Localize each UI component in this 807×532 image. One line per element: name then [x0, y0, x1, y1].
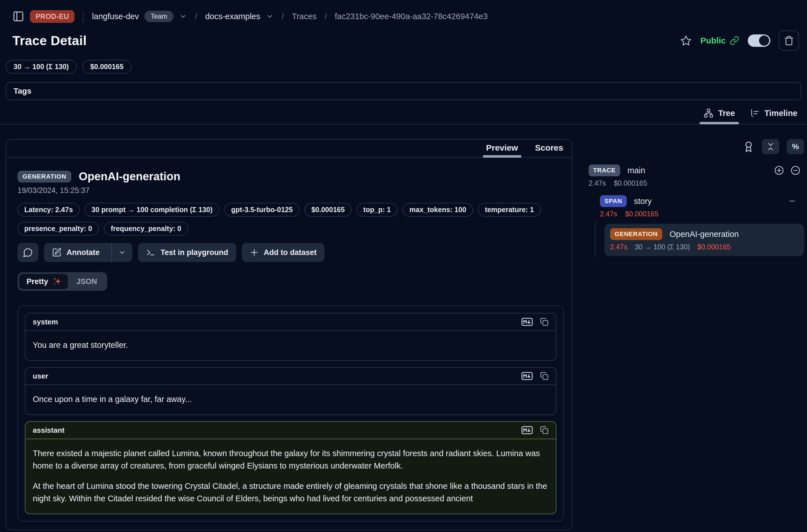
breadcrumb: PROD-EU langfuse-dev Team / docs-example…	[13, 8, 798, 25]
sidebar-toggle-icon[interactable]	[13, 11, 24, 22]
add-to-dataset-label: Add to dataset	[264, 248, 317, 257]
sparkles-icon	[52, 277, 62, 286]
test-in-playground-button[interactable]: Test in playground	[138, 243, 236, 262]
observation-panel: Preview Scores GENERATION OpenAI-generat…	[6, 139, 572, 530]
fold-vertical-icon	[766, 142, 775, 151]
annotate-pen-icon	[52, 248, 61, 257]
messages-container: system You are a great storyteller.	[18, 305, 564, 521]
tags-label: Tags	[14, 87, 31, 96]
pretty-label: Pretty	[26, 277, 48, 286]
markdown-toggle-icon[interactable]	[522, 317, 533, 326]
message-user: user Once upon a time in a galaxy far, f…	[25, 367, 557, 415]
breadcrumb-traces[interactable]: Traces	[292, 12, 317, 21]
public-share-link[interactable]: Public	[700, 36, 739, 45]
tree-node-span[interactable]: SPAN story	[600, 195, 804, 207]
breadcrumb-trace-id: fac231bc-90ee-490a-aa32-78c4269474e3	[335, 12, 488, 21]
toggle-knob	[759, 36, 769, 46]
tab-timeline-label: Timeline	[764, 109, 797, 118]
format-toggle: Pretty JSON	[18, 272, 107, 291]
collapse-node-icon[interactable]	[788, 197, 796, 205]
copy-icon[interactable]	[540, 318, 548, 326]
collapse-all-circle-icon[interactable]	[790, 165, 801, 176]
copy-icon[interactable]	[540, 426, 548, 434]
collapse-all-button[interactable]	[762, 139, 780, 154]
link-icon	[730, 36, 739, 45]
breadcrumb-separator: /	[324, 12, 327, 21]
markdown-toggle-icon[interactable]	[522, 372, 533, 381]
span-name: story	[634, 196, 652, 206]
generation-name: OpenAI-generation	[670, 230, 739, 239]
breadcrumb-project[interactable]: docs-examples	[205, 12, 260, 21]
bookmark-star-icon[interactable]	[680, 35, 692, 46]
span-metrics: 2.47s $0.000165	[600, 210, 804, 218]
message-role: assistant	[33, 426, 64, 435]
trace-metrics: 2.47s $0.000165	[588, 179, 804, 187]
frequency-penalty-badge: frequency_penalty: 0	[104, 222, 188, 235]
tree-node-trace[interactable]: TRACE main	[588, 165, 804, 176]
trace-latency: 2.47s	[588, 179, 606, 187]
message-role: user	[33, 372, 48, 381]
terminal-icon	[146, 248, 155, 257]
span-type-badge: SPAN	[600, 195, 627, 207]
cost-badge: $0.000165	[82, 60, 131, 74]
environment-badge[interactable]: PROD-EU	[30, 10, 75, 23]
tree-node-generation-selected[interactable]: GENERATION OpenAI-generation 2.47s 30 → …	[604, 224, 804, 256]
page-title: Trace Detail	[13, 33, 87, 48]
trace-name: main	[627, 166, 645, 175]
format-json-segment[interactable]: JSON	[68, 274, 106, 289]
span-latency: 2.47s	[600, 210, 617, 218]
tab-tree[interactable]: Tree	[703, 108, 735, 124]
message-content: You are a great storyteller.	[25, 331, 556, 360]
tab-scores[interactable]: Scores	[535, 143, 563, 157]
breadcrumb-org[interactable]: langfuse-dev	[92, 12, 139, 21]
generation-latency: 2.47s	[610, 243, 627, 251]
public-toggle[interactable]	[748, 34, 770, 47]
markdown-toggle-icon[interactable]	[522, 426, 533, 435]
chevron-down-icon[interactable]	[266, 13, 274, 20]
latency-badge: Latency: 2.47s	[18, 203, 79, 217]
breadcrumb-separator: /	[195, 12, 197, 21]
format-pretty-segment[interactable]: Pretty	[19, 274, 68, 289]
playground-label: Test in playground	[161, 248, 228, 257]
token-usage-badge: 30 → 100 (Σ 130)	[6, 60, 77, 74]
award-icon[interactable]	[743, 141, 754, 153]
plus-icon	[250, 248, 259, 257]
expand-all-icon[interactable]	[774, 165, 784, 176]
generation-metrics: 2.47s 30 → 100 (Σ 130) $0.000165	[610, 243, 799, 251]
presence-penalty-badge: presence_penalty: 0	[18, 222, 99, 235]
copy-icon[interactable]	[540, 372, 548, 380]
max-tokens-badge: max_tokens: 100	[403, 203, 473, 217]
message-assistant: assistant There existed a majestic plane…	[25, 421, 557, 514]
comment-button[interactable]	[18, 243, 38, 262]
percent-icon: %	[792, 142, 799, 151]
tree-indent-guide	[595, 222, 595, 258]
observation-title: OpenAI-generation	[79, 170, 180, 183]
tab-preview[interactable]: Preview	[486, 143, 518, 157]
org-plan-badge: Team	[145, 11, 173, 22]
tab-tree-label: Tree	[718, 109, 735, 118]
trace-cost: $0.000165	[614, 179, 647, 187]
temperature-badge: temperature: 1	[478, 203, 541, 217]
annotate-label: Annotate	[67, 248, 100, 257]
chevron-down-icon[interactable]	[179, 13, 187, 20]
generation-type-badge: GENERATION	[610, 228, 662, 240]
generation-tokens: 30 → 100 (Σ 130)	[635, 243, 690, 251]
message-content-paragraph: At the heart of Lumina stood the towerin…	[33, 480, 548, 505]
observation-badges-row2: presence_penalty: 0 frequency_penalty: 0	[18, 222, 564, 235]
delete-trace-button[interactable]	[779, 31, 799, 51]
message-system: system You are a great storyteller.	[25, 313, 557, 361]
trace-summary-badges: 30 → 100 (Σ 130) $0.000165	[6, 60, 807, 74]
annotate-button[interactable]: Annotate	[44, 243, 132, 262]
tags-box[interactable]: Tags	[6, 82, 801, 100]
span-cost: $0.000165	[625, 210, 658, 218]
view-tabs: Tree Timeline	[0, 108, 807, 125]
add-to-dataset-button[interactable]: Add to dataset	[242, 243, 325, 262]
tab-timeline[interactable]: Timeline	[750, 108, 797, 124]
timeline-icon	[750, 108, 760, 118]
comment-icon	[23, 247, 33, 258]
token-usage-badge: 30 prompt → 100 completion (Σ 130)	[85, 203, 219, 217]
annotate-dropdown-chevron[interactable]	[111, 243, 132, 262]
tree-icon	[703, 108, 714, 118]
observation-badges-row1: Latency: 2.47s 30 prompt → 100 completio…	[18, 203, 564, 217]
metrics-toggle-button[interactable]: %	[787, 139, 804, 154]
